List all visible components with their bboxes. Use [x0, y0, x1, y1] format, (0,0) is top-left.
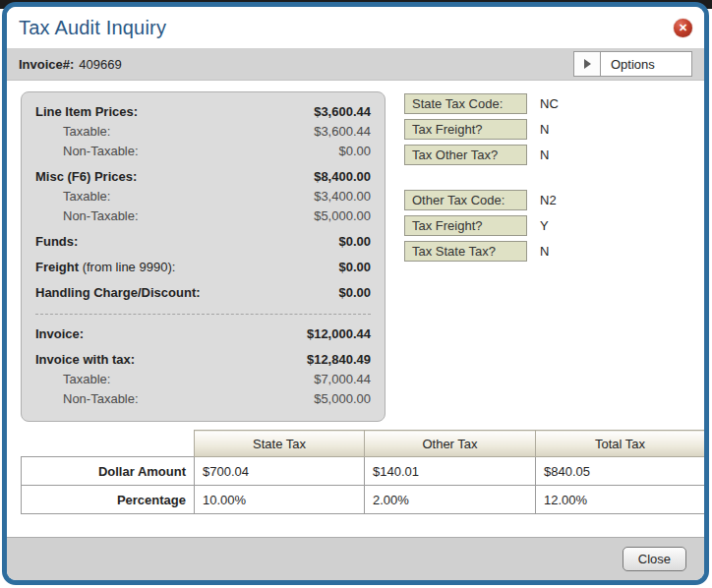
other-tax-group: Other Tax Code:N2 Tax Freight?Y Tax Stat…	[404, 190, 559, 263]
invoice-bar: Invoice#: 409669 Options	[7, 48, 704, 81]
summary-row: Non-Taxable:$5,000.00	[35, 206, 371, 226]
table-cell: 2.00%	[365, 486, 536, 514]
tax-table-header-total-tax: Total Tax	[536, 431, 705, 457]
dialog-title: Tax Audit Inquiry	[19, 17, 166, 39]
tax-table-blank-header	[22, 431, 195, 457]
state-tax-code-field: State Tax Code:NC	[404, 93, 559, 115]
invoice-summary-panel: Line Item Prices:$3,600.44 Taxable:$3,60…	[21, 91, 386, 422]
tax-audit-inquiry-dialog: Tax Audit Inquiry ✕ Invoice#: 409669 Opt…	[2, 2, 709, 585]
dialog-body: Line Item Prices:$3,600.44 Taxable:$3,60…	[7, 81, 704, 537]
row-label: Dollar Amount	[22, 457, 195, 486]
triangle-right-icon	[584, 59, 591, 69]
summary-row: Misc (F6) Prices:$8,400.00	[35, 167, 371, 187]
tax-table-header-other-tax: Other Tax	[365, 431, 536, 457]
state-tax-freight-field: Tax Freight?N	[404, 119, 559, 141]
dialog-footer: Close	[7, 537, 704, 580]
summary-row: Handling Charge/Discount:$0.00	[35, 283, 371, 303]
table-cell: $140.01	[365, 457, 536, 486]
other-tax-freight-field: Tax Freight?Y	[404, 215, 559, 237]
options-button[interactable]: Options	[601, 52, 691, 76]
summary-row: Freight (from line 9990):$0.00	[35, 258, 371, 277]
close-icon[interactable]: ✕	[674, 19, 692, 37]
table-cell: 10.00%	[195, 486, 365, 514]
table-cell: $840.05	[536, 457, 705, 486]
dialog-title-bar: Tax Audit Inquiry ✕	[7, 7, 704, 48]
summary-row: Taxable:$3,400.00	[35, 187, 371, 206]
tax-code-fields: State Tax Code:NC Tax Freight?N Tax Othe…	[404, 93, 559, 266]
tax-table-row-percentage: Percentage 10.00% 2.00% 12.00%	[22, 486, 705, 514]
table-cell: 12.00%	[536, 486, 705, 514]
summary-row: Line Item Prices:$3,600.44	[35, 102, 371, 122]
summary-row: Non-Taxable:$0.00	[35, 142, 371, 161]
summary-row: Taxable:$7,000.44	[35, 370, 371, 389]
other-tax-code-field: Other Tax Code:N2	[404, 190, 559, 211]
options-widget: Options	[573, 51, 692, 77]
summary-row: Invoice with tax:$12,840.49	[35, 350, 371, 370]
invoice-number-value: 409669	[79, 57, 121, 72]
options-expand-button[interactable]	[574, 52, 601, 76]
tax-table-row-dollar-amount: Dollar Amount $700.04 $140.01 $840.05	[22, 457, 705, 486]
tax-table-header-row: State Tax Other Tax Total Tax	[22, 431, 705, 457]
tax-other-tax-field: Tax Other Tax?N	[404, 145, 559, 166]
row-label: Percentage	[22, 486, 195, 514]
tax-state-tax-field: Tax State Tax?N	[404, 241, 559, 263]
summary-divider	[35, 314, 371, 315]
tax-table: State Tax Other Tax Total Tax Dollar Amo…	[21, 430, 705, 514]
table-cell: $700.04	[195, 457, 365, 486]
state-tax-group: State Tax Code:NC Tax Freight?N Tax Othe…	[404, 93, 559, 166]
invoice-number-label: Invoice#:	[19, 57, 74, 72]
summary-row: Funds:$0.00	[35, 232, 371, 252]
summary-row: Invoice:$12,000.44	[35, 324, 371, 344]
tax-table-header-state-tax: State Tax	[195, 431, 365, 457]
summary-row: Non-Taxable:$5,000.00	[35, 389, 371, 409]
close-button[interactable]: Close	[623, 547, 686, 571]
summary-row: Taxable:$3,600.44	[35, 122, 371, 142]
